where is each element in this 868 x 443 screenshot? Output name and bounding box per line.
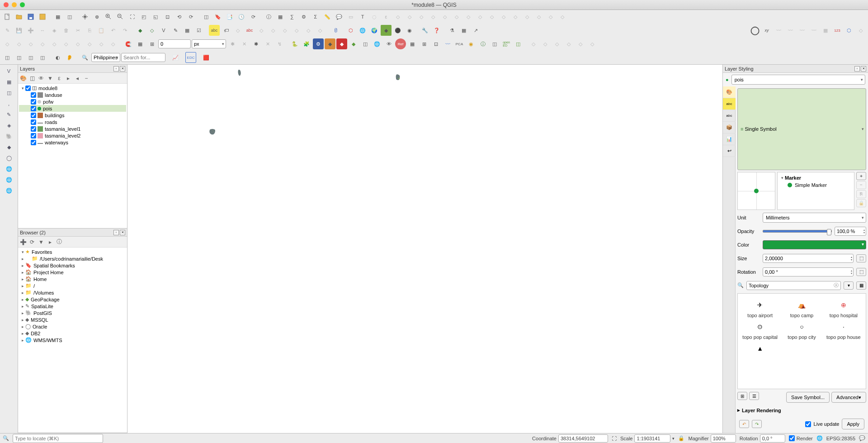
identify-icon[interactable]: ⓘ [263,11,274,22]
new-bookmark-icon[interactable]: 🔖 [212,11,223,22]
last-tool-icon[interactable]: ◇ [855,25,866,36]
curve-2-icon[interactable]: 〰 [785,25,796,36]
layer-add-group-icon[interactable]: ◫ [28,74,36,82]
plugins-icon[interactable]: 🧩 [301,38,312,49]
history-tab[interactable]: ↩ [723,145,736,157]
minimize-window-button[interactable] [12,2,17,7]
topo-3-icon[interactable]: ✱ [250,38,261,49]
add-vector-icon[interactable]: V [5,67,14,76]
label-6-icon[interactable]: ◇ [268,25,278,36]
digitize-2-icon[interactable]: ◇ [146,25,157,36]
symbol-view-icon[interactable]: ▦ [856,281,866,290]
snap-grid-icon[interactable]: ⊞ [146,38,157,49]
map-canvas[interactable] [127,65,722,433]
add-mesh-icon[interactable]: ◫ [5,88,14,97]
digitize-3-icon[interactable]: V [158,25,169,36]
layer-expand-icon[interactable]: ▸ [64,74,72,82]
annotation-icon[interactable]: T [357,11,368,22]
p5-icon[interactable]: 🌐 [372,38,382,49]
add-wcs-icon[interactable]: 🌐 [5,186,14,195]
digitize-6-icon[interactable]: ☑ [193,25,204,36]
layer-row-pofw[interactable]: pofw [19,98,126,105]
r3-1-icon[interactable]: ◇ [2,38,13,49]
layer-expr-icon[interactable]: ε [55,74,63,82]
zoom-full-icon[interactable]: ⛶ [127,11,137,22]
add-spatialite-icon[interactable]: ✎ [5,110,14,119]
status-rotation-spin[interactable]: 0,0 ° [760,434,785,443]
r3-3-icon[interactable]: ◇ [25,38,36,49]
p8-icon[interactable]: ▦ [407,38,418,49]
styling-close-icon[interactable]: ✕ [861,66,866,71]
cut-icon[interactable]: ✂ [72,25,83,36]
p14-icon[interactable]: ⓘ [477,38,488,49]
p13-icon[interactable]: ◉ [466,38,476,49]
r3-2-icon[interactable]: ◇ [14,38,24,49]
plugin-4-icon[interactable]: ⚫ [392,25,403,36]
tool-9-icon[interactable]: ◇ [486,11,497,22]
plugin-2-icon[interactable]: 🌍 [369,25,380,36]
circle-tool-icon[interactable]: ◯ [750,25,760,36]
browser-row[interactable]: ▸📁/ [19,282,126,289]
digitize-1-icon[interactable]: ◆ [135,25,146,36]
label-8-icon[interactable]: ◇ [291,25,302,36]
opacity-slider[interactable] [763,230,832,233]
layer-row-waterways[interactable]: waterways [19,139,126,146]
labels-tab[interactable]: abc [723,98,736,110]
topo-2-icon[interactable]: ✕ [239,38,250,49]
p16-icon[interactable]: openEO [501,38,512,49]
label-3-icon[interactable]: ◇ [232,25,243,36]
p11-icon[interactable]: 〰 [442,38,453,49]
r3-7-icon[interactable]: ◇ [72,38,83,49]
browser-row[interactable]: ▸◆GeoPackage [19,296,126,303]
save-edits-icon[interactable]: 💾 [14,25,24,36]
toolbox-icon[interactable]: ⚙ [298,11,309,22]
select-icon[interactable]: ▭ [345,11,356,22]
remove-symbol-layer-button[interactable]: − [856,181,866,189]
add-oracle-icon[interactable]: ◯ [5,153,14,162]
tool-11-icon[interactable]: ◇ [510,11,521,22]
redo-icon[interactable]: ↷ [119,25,130,36]
browser-row[interactable]: ▸🐘PostGIS [19,310,126,316]
lock-scale-icon[interactable]: 🔒 [678,435,684,441]
color-picker[interactable] [763,240,866,249]
delete-icon[interactable]: 🗑 [61,25,71,36]
symbol-grid[interactable]: ✈topo airport⛺topo camp⊕topo hospital⊙to… [737,293,866,390]
layer-rendering-expander[interactable]: ▸ Layer Rendering [737,405,866,415]
browser-refresh-icon[interactable]: ⟳ [28,238,36,246]
symbol-topo airport[interactable]: ✈topo airport [741,301,778,318]
snap-value-input[interactable] [158,39,191,48]
field-calc-icon[interactable]: ∑ [287,11,297,22]
add-raster-icon[interactable]: ▦ [5,77,14,86]
maximize-window-button[interactable] [20,2,25,7]
p21-icon[interactable]: ◇ [563,38,574,49]
topo-1-icon[interactable]: ✱ [227,38,238,49]
r3-6-icon[interactable]: ◇ [61,38,71,49]
curve-1-icon[interactable]: 〰 [773,25,784,36]
topo-5-icon[interactable]: ↯ [274,38,285,49]
r3-10-icon[interactable]: ◇ [108,38,118,49]
grid-view-icon[interactable]: ⊞ [737,392,747,400]
layer-collapse-icon[interactable]: ◂ [73,74,81,82]
layers-project-row[interactable]: ▾◫module8 [19,85,126,91]
layer-row-buildings[interactable]: buildings [19,112,126,119]
new-map-view-icon[interactable]: ◫ [201,11,212,22]
extents-icon[interactable]: ⛶ [612,436,617,441]
tool-13-icon[interactable]: ◇ [533,11,544,22]
tool-4-icon[interactable]: ◇ [428,11,439,22]
geom-tool-icon[interactable]: ⬡ [844,25,854,36]
p7-icon[interactable]: Ref [395,38,406,49]
opacity-spin[interactable]: 100,0 % [835,227,866,236]
p18-icon[interactable]: ◇ [528,38,539,49]
p9-icon[interactable]: ⊞ [419,38,429,49]
p4-icon[interactable]: ◫ [360,38,371,49]
browser-row[interactable]: ▸🏠Home [19,276,126,282]
paste-icon[interactable]: 📋 [96,25,107,36]
tool-5-icon[interactable]: ◇ [439,11,450,22]
nominatim-icon[interactable]: 🔍 [80,52,90,63]
r4-3-icon[interactable]: ◫ [25,52,36,63]
symbology-tab[interactable]: 🎨 [723,86,736,98]
label-2-icon[interactable]: 🏷 [221,25,231,36]
browser-row[interactable]: ▸📁/Users/codrinamariailie/Desk [19,255,126,262]
python-icon[interactable]: 🐍 [289,38,300,49]
plugin-8-icon[interactable]: ▦ [458,25,469,36]
